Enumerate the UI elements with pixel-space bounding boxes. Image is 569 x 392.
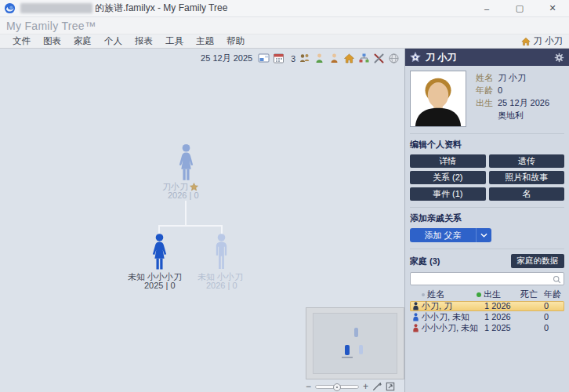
add-section-title: 添加亲戚关系 <box>410 212 564 224</box>
calendar-icon[interactable] <box>273 53 284 64</box>
zoom-bar: − + <box>306 381 404 392</box>
edit-buttons: 详情 遗传 关系 (2) 照片和故事 事件 (1) 名 <box>410 154 564 201</box>
chart-date: 25 12月 2025 <box>201 53 252 64</box>
add-relative-dropdown[interactable] <box>476 228 491 242</box>
person-panel-header: 刀 小刀 <box>405 49 569 66</box>
family-row-selected[interactable]: 小刀, 刀 1 2026 0 <box>410 301 564 311</box>
menu-individual[interactable]: 个人 <box>98 34 129 48</box>
pan-mode-icon[interactable] <box>372 382 382 391</box>
person-panel: 刀 小刀 <box>404 49 569 392</box>
row-age: 0 <box>544 312 564 322</box>
name-label: 姓名 <box>476 73 498 83</box>
person-photo[interactable] <box>410 71 466 127</box>
redacted-filename-prefix <box>20 3 92 13</box>
person-icon <box>412 302 419 310</box>
search-icon <box>553 275 561 284</box>
menu-bar: 文件 图表 家庭 个人 报表 工具 主题 帮助 刀 小刀 <box>0 34 569 49</box>
photos-stories-button[interactable]: 照片和故事 <box>489 171 565 184</box>
current-person-name: 刀 小刀 <box>533 35 563 47</box>
menu-help[interactable]: 帮助 <box>220 34 251 48</box>
events-button[interactable]: 事件 (1) <box>410 187 486 201</box>
chart-canvas[interactable]: 25 12月 2025 3 <box>0 49 404 392</box>
tree-root-detail: 2026 | 0 <box>168 191 199 200</box>
menu-family[interactable]: 家庭 <box>67 34 98 48</box>
connector-branch <box>158 225 223 227</box>
row-age: 0 <box>544 323 564 333</box>
header-name[interactable]: 姓名 <box>422 289 484 299</box>
zoom-out-button[interactable]: − <box>306 383 311 390</box>
divider <box>410 133 564 134</box>
details-button[interactable]: 详情 <box>410 154 486 168</box>
menu-reports[interactable]: 报表 <box>129 34 159 48</box>
minimize-button[interactable]: – <box>470 0 503 16</box>
current-person-shortcut[interactable]: 刀 小刀 <box>521 35 563 47</box>
home-icon <box>521 37 531 46</box>
chart-icon[interactable] <box>358 53 370 64</box>
edit-section-title: 编辑个人资料 <box>410 139 564 151</box>
chevron-down-icon <box>480 233 487 238</box>
tree-root-figure[interactable] <box>173 143 199 181</box>
relationships-button[interactable]: 关系 (2) <box>410 171 486 184</box>
divider <box>410 249 564 249</box>
row-birth: 1 2025 <box>484 323 520 333</box>
star-icon[interactable] <box>410 52 421 63</box>
zoom-in-button[interactable]: + <box>363 383 368 390</box>
birth-value: 25 12月 2026 <box>498 98 549 108</box>
zoom-slider-thumb[interactable] <box>333 383 341 391</box>
minimap-tree <box>313 314 398 373</box>
tree-child-right-figure[interactable] <box>208 234 234 270</box>
tree-child-left-figure[interactable] <box>147 234 172 270</box>
row-name: 小刀, 刀 <box>422 301 484 311</box>
names-button[interactable]: 名 <box>489 187 565 201</box>
menu-themes[interactable]: 主题 <box>190 34 220 48</box>
maximize-button[interactable]: ▢ <box>503 0 536 16</box>
person-female-icon[interactable] <box>313 53 325 64</box>
divider <box>410 207 564 208</box>
close-button[interactable]: ✕ <box>536 0 569 16</box>
header-birth[interactable]: 出生 <box>484 289 520 299</box>
header-age[interactable]: 年龄 <box>544 289 564 299</box>
family-section-header: 家庭 (3) 家庭的数据 <box>410 254 564 268</box>
relatives-group-icon[interactable] <box>299 53 310 64</box>
family-table-header: 姓名 出生 死亡 年龄 <box>410 289 564 299</box>
row-name: 小小小刀, 未知 <box>422 323 484 333</box>
globe-icon[interactable] <box>388 53 400 64</box>
window-title: 的族谱.familyx - My Family Tree <box>95 2 227 15</box>
menu-charts[interactable]: 图表 <box>37 34 67 48</box>
slideshow-icon[interactable] <box>258 53 270 64</box>
family-search-input[interactable] <box>410 272 564 285</box>
row-name: 小小刀, 未知 <box>422 312 484 322</box>
menu-file[interactable]: 文件 <box>6 34 37 48</box>
app-brand: My Family Tree™ <box>6 20 96 32</box>
add-father-button[interactable]: 添加 父亲 <box>410 228 476 242</box>
age-value: 0 <box>498 85 502 96</box>
person-info: 姓名刀 小刀 年龄0 出生25 12月 2026 奥地利 <box>466 71 549 127</box>
home-person-icon[interactable] <box>343 53 355 64</box>
family-row[interactable]: 小小小刀, 未知 1 2025 0 <box>410 323 564 333</box>
person-icon <box>412 313 419 321</box>
minimap-view[interactable] <box>313 313 397 374</box>
panel-person-name: 刀 小刀 <box>426 51 549 64</box>
family-data-button[interactable]: 家庭的数据 <box>511 254 565 268</box>
row-birth: 1 2026 <box>484 301 520 311</box>
fit-to-window-icon[interactable] <box>386 382 395 391</box>
add-relative-split-button: 添加 父亲 <box>410 228 491 242</box>
birth-label: 出生 <box>476 98 498 108</box>
header-death[interactable]: 死亡 <box>520 289 544 299</box>
name-value: 刀 小刀 <box>498 73 526 83</box>
genetics-button[interactable]: 遗传 <box>489 154 565 168</box>
row-age: 0 <box>544 301 564 311</box>
tools-icon[interactable] <box>373 53 385 64</box>
menu-tools[interactable]: 工具 <box>159 34 190 48</box>
person-male-icon[interactable] <box>328 53 340 64</box>
sort-indicator <box>422 293 425 296</box>
tree-child-left-detail: 2025 | 0 <box>144 281 176 290</box>
generations-count: 3 <box>291 54 295 64</box>
person-summary: 姓名刀 小刀 年龄0 出生25 12月 2026 奥地利 <box>410 71 564 127</box>
zoom-slider[interactable] <box>315 385 359 389</box>
family-section-title: 家庭 (3) <box>410 256 440 267</box>
gear-icon[interactable] <box>554 53 564 63</box>
family-row[interactable]: 小小刀, 未知 1 2026 0 <box>410 312 564 322</box>
row-birth: 1 2026 <box>484 312 520 322</box>
connector-root <box>185 201 187 225</box>
